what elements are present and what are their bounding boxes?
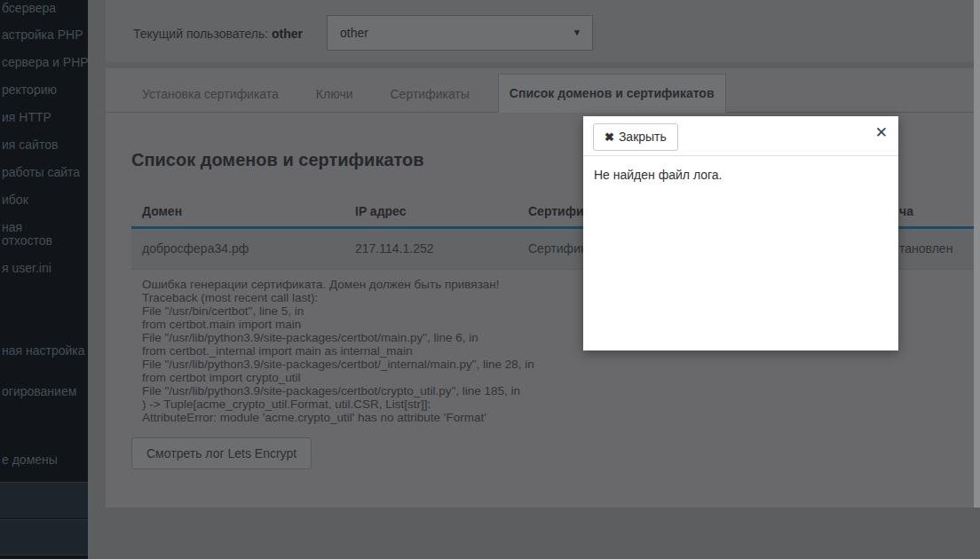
modal-message: Не найден файл лога.	[583, 156, 898, 193]
close-icon: ✖	[605, 130, 614, 144]
modal-header: ✖Закрыть ✕	[583, 116, 898, 156]
corner-close-icon[interactable]: ✕	[875, 125, 888, 140]
scrollbar[interactable]	[974, 0, 980, 508]
modal-close-button-label: Закрыть	[619, 130, 667, 144]
log-modal: ✖Закрыть ✕ Не найден файл лога.	[583, 116, 898, 350]
modal-close-button[interactable]: ✖Закрыть	[593, 123, 678, 151]
